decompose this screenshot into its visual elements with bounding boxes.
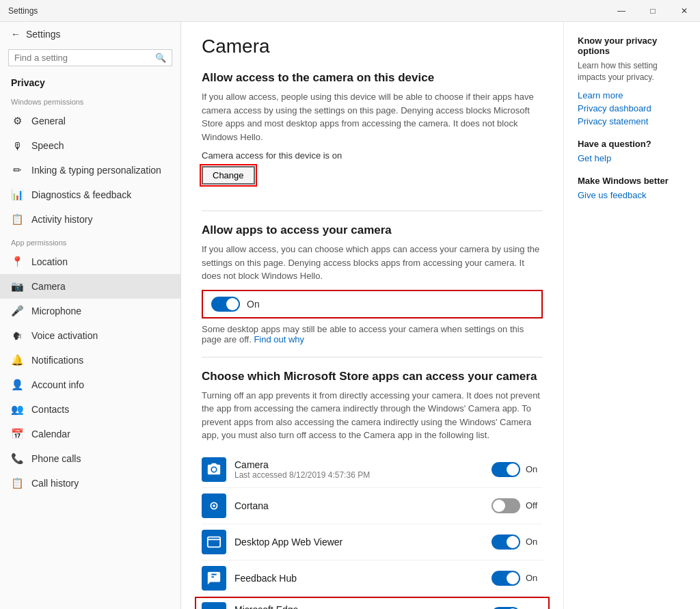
right-panel: Know your privacy options Learn how this… bbox=[563, 22, 700, 609]
sidebar-item-label: Calendar bbox=[31, 429, 70, 439]
maximize-button[interactable]: □ bbox=[637, 0, 669, 22]
camera-toggle-area: On bbox=[492, 462, 543, 477]
cortana-app-icon bbox=[202, 493, 226, 518]
search-input[interactable] bbox=[14, 53, 151, 63]
sidebar-item-general[interactable]: ⚙ General bbox=[0, 109, 180, 133]
feedback-hub-info: Feedback Hub bbox=[234, 573, 483, 584]
sidebar-item-activity[interactable]: 📋 Activity history bbox=[0, 207, 180, 232]
sidebar-item-label: Microphone bbox=[31, 306, 81, 316]
sidebar-item-label: Voice activation bbox=[31, 330, 98, 341]
inking-icon: ✏ bbox=[11, 164, 23, 176]
get-help-link[interactable]: Get help bbox=[578, 153, 686, 163]
feedback-hub-toggle-label: On bbox=[526, 573, 543, 583]
sidebar-item-label: Location bbox=[31, 256, 68, 267]
cortana-toggle-label: Off bbox=[526, 500, 543, 511]
minimize-button[interactable]: — bbox=[606, 0, 637, 22]
section3-desc: Turning off an app prevents it from dire… bbox=[202, 389, 543, 442]
cortana-toggle[interactable] bbox=[492, 498, 520, 513]
sidebar: ← Settings 🔍 Privacy Windows permissions… bbox=[0, 22, 181, 609]
account-icon: 👤 bbox=[11, 379, 23, 391]
camera-app-info: Camera Last accessed 8/12/2019 4:57:36 P… bbox=[234, 459, 483, 480]
question-section: Have a question? Get help bbox=[578, 139, 686, 163]
sidebar-item-notifications[interactable]: 🔔 Notifications bbox=[0, 348, 180, 373]
sidebar-item-contacts[interactable]: 👥 Contacts bbox=[0, 397, 180, 422]
cortana-app-info: Cortana bbox=[234, 500, 483, 511]
desktop-web-viewer-toggle-label: On bbox=[526, 537, 543, 547]
know-heading: Know your privacy options bbox=[578, 36, 686, 56]
settings-window: Settings — □ ✕ ← Settings 🔍 Privacy Wind… bbox=[0, 0, 700, 609]
camera-app-toggle-label: On bbox=[526, 464, 543, 474]
feedback-hub-toggle[interactable] bbox=[492, 571, 520, 586]
section1-heading: Allow access to the camera on this devic… bbox=[202, 71, 543, 85]
toggle-knob bbox=[493, 500, 505, 512]
back-arrow-icon: ← bbox=[11, 29, 21, 40]
sidebar-item-label: Account info bbox=[31, 379, 84, 390]
sidebar-item-location[interactable]: 📍 Location bbox=[0, 249, 180, 274]
learn-more-link[interactable]: Learn more bbox=[578, 90, 686, 100]
sidebar-item-label: Notifications bbox=[31, 355, 83, 366]
content-area: ← Settings 🔍 Privacy Windows permissions… bbox=[0, 22, 700, 609]
desktop-web-viewer-info: Desktop App Web Viewer bbox=[234, 537, 483, 547]
voice-icon: 🗣 bbox=[11, 329, 23, 342]
sidebar-item-camera[interactable]: 📷 Camera bbox=[0, 274, 180, 299]
desktop-web-viewer-toggle-area: On bbox=[492, 534, 543, 550]
toggle-knob bbox=[226, 298, 239, 310]
sidebar-item-phone[interactable]: 📞 Phone calls bbox=[0, 446, 180, 471]
divider2 bbox=[202, 357, 543, 357]
sidebar-item-label: Diagnostics & feedback bbox=[31, 189, 131, 200]
sidebar-item-callhistory[interactable]: 📋 Call history bbox=[0, 471, 180, 496]
microphone-icon: 🎤 bbox=[11, 305, 23, 317]
desktop-web-viewer-name: Desktop App Web Viewer bbox=[234, 537, 483, 547]
camera-app-name: Camera bbox=[234, 459, 483, 470]
microsoft-edge-icon: e bbox=[202, 602, 226, 610]
desktop-web-viewer-toggle[interactable] bbox=[492, 534, 520, 550]
sidebar-item-voice[interactable]: 🗣 Voice activation bbox=[0, 323, 180, 348]
search-box[interactable]: 🔍 bbox=[8, 49, 172, 66]
close-button[interactable]: ✕ bbox=[669, 0, 700, 22]
toggle-knob bbox=[507, 463, 519, 476]
desktop-web-viewer-icon bbox=[202, 530, 226, 554]
give-feedback-link[interactable]: Give us feedback bbox=[578, 190, 686, 200]
feedback-hub-icon bbox=[202, 566, 226, 591]
find-out-static: Some desktop apps may still be able to a… bbox=[202, 324, 524, 344]
feedback-hub-toggle-area: On bbox=[492, 571, 543, 586]
find-out-link[interactable]: Find out why bbox=[254, 334, 304, 344]
privacy-statement-link[interactable]: Privacy statement bbox=[578, 116, 686, 126]
sidebar-item-speech[interactable]: 🎙 Speech bbox=[0, 133, 180, 158]
calendar-icon: 📅 bbox=[11, 428, 23, 440]
svg-rect-2 bbox=[208, 537, 220, 547]
sidebar-item-microphone[interactable]: 🎤 Microphone bbox=[0, 299, 180, 323]
apps-toggle[interactable] bbox=[211, 297, 240, 312]
sidebar-item-inking[interactable]: ✏ Inking & typing personalization bbox=[0, 158, 180, 182]
sidebar-item-label: General bbox=[31, 116, 66, 126]
know-desc: Learn how this setting impacts your priv… bbox=[578, 60, 686, 83]
camera-icon: 📷 bbox=[11, 280, 23, 293]
search-icon: 🔍 bbox=[155, 53, 166, 63]
cortana-app-name: Cortana bbox=[234, 500, 483, 511]
sidebar-item-diagnostics[interactable]: 📊 Diagnostics & feedback bbox=[0, 182, 180, 207]
section3-heading: Choose which Microsoft Store apps can ac… bbox=[202, 370, 543, 383]
sidebar-item-account[interactable]: 👤 Account info bbox=[0, 373, 180, 397]
activity-icon: 📋 bbox=[11, 213, 23, 226]
sidebar-item-label: Phone calls bbox=[31, 453, 81, 464]
microsoft-edge-name: Microsoft Edge bbox=[234, 604, 483, 610]
sidebar-item-calendar[interactable]: 📅 Calendar bbox=[0, 422, 180, 446]
microsoft-edge-info: Microsoft Edge Sites still need permissi… bbox=[234, 604, 483, 610]
feedback-hub-name: Feedback Hub bbox=[234, 573, 483, 584]
app-permissions-label: App permissions bbox=[0, 232, 180, 249]
callhistory-icon: 📋 bbox=[11, 477, 23, 489]
cortana-toggle-area: Off bbox=[492, 498, 543, 513]
sidebar-item-label: Speech bbox=[31, 140, 64, 151]
camera-app-icon bbox=[202, 457, 226, 482]
change-button[interactable]: Change bbox=[202, 166, 255, 185]
camera-app-toggle[interactable] bbox=[492, 462, 520, 477]
privacy-dashboard-link[interactable]: Privacy dashboard bbox=[578, 103, 686, 113]
titlebar-controls: — □ ✕ bbox=[606, 0, 700, 22]
back-button[interactable]: ← Settings bbox=[0, 22, 180, 46]
notifications-icon: 🔔 bbox=[11, 354, 23, 366]
app-item-feedback-hub: Feedback Hub On bbox=[202, 560, 543, 597]
microsoft-edge-toggle-area: On bbox=[492, 607, 543, 610]
device-status: Camera access for this device is on bbox=[202, 150, 543, 161]
microsoft-edge-toggle[interactable] bbox=[492, 607, 520, 610]
windows-better-heading: Make Windows better bbox=[578, 176, 686, 186]
